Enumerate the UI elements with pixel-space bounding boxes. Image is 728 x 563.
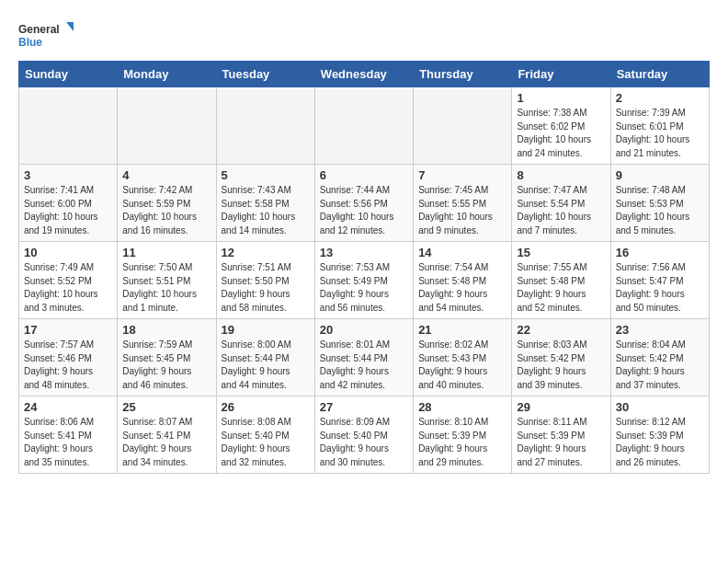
calendar-cell: 16Sunrise: 7:56 AM Sunset: 5:47 PM Dayli… [610,242,709,319]
calendar-cell: 5Sunrise: 7:43 AM Sunset: 5:58 PM Daylig… [216,165,314,242]
cell-info: Sunrise: 8:02 AM Sunset: 5:43 PM Dayligh… [418,339,506,392]
day-number: 9 [616,168,704,182]
day-number: 18 [122,323,210,337]
day-number: 4 [122,168,210,182]
weekday-header: Sunday [19,62,118,87]
day-number: 21 [418,323,506,337]
weekday-header: Friday [512,62,610,87]
calendar-cell: 10Sunrise: 7:49 AM Sunset: 5:52 PM Dayli… [19,242,118,319]
weekday-header: Monday [118,62,216,87]
day-number: 19 [222,323,310,337]
calendar-cell [314,87,413,165]
weekday-header: Tuesday [216,62,314,87]
calendar-cell: 24Sunrise: 8:06 AM Sunset: 5:41 PM Dayli… [19,396,118,474]
cell-info: Sunrise: 7:56 AM Sunset: 5:47 PM Dayligh… [616,261,704,315]
day-number: 1 [517,91,605,105]
calendar-cell: 18Sunrise: 7:59 AM Sunset: 5:45 PM Dayli… [118,319,216,396]
cell-info: Sunrise: 7:45 AM Sunset: 5:55 PM Dayligh… [418,184,506,237]
calendar-cell: 2Sunrise: 7:39 AM Sunset: 6:01 PM Daylig… [610,87,709,165]
calendar-cell: 12Sunrise: 7:51 AM Sunset: 5:50 PM Dayli… [216,242,314,319]
calendar-cell: 20Sunrise: 8:01 AM Sunset: 5:44 PM Dayli… [314,319,413,396]
calendar-cell: 19Sunrise: 8:00 AM Sunset: 5:44 PM Dayli… [216,319,314,396]
cell-info: Sunrise: 7:50 AM Sunset: 5:51 PM Dayligh… [122,261,210,315]
cell-info: Sunrise: 8:00 AM Sunset: 5:44 PM Dayligh… [222,339,310,392]
svg-text:General: General [18,23,60,36]
svg-marker-2 [66,22,74,31]
day-number: 14 [418,246,506,259]
day-number: 24 [24,400,112,414]
cell-info: Sunrise: 7:51 AM Sunset: 5:50 PM Dayligh… [222,261,310,315]
cell-info: Sunrise: 7:53 AM Sunset: 5:49 PM Dayligh… [320,261,408,315]
cell-info: Sunrise: 7:57 AM Sunset: 5:46 PM Dayligh… [24,339,112,392]
day-number: 10 [24,246,112,259]
cell-info: Sunrise: 7:43 AM Sunset: 5:58 PM Dayligh… [222,184,310,237]
day-number: 16 [616,246,704,259]
cell-info: Sunrise: 8:12 AM Sunset: 5:39 PM Dayligh… [616,416,704,469]
day-number: 11 [122,246,210,259]
calendar-cell: 17Sunrise: 7:57 AM Sunset: 5:46 PM Dayli… [19,319,118,396]
logo: General Blue [18,18,74,52]
day-number: 30 [616,400,704,414]
cell-info: Sunrise: 7:44 AM Sunset: 5:56 PM Dayligh… [320,184,408,237]
calendar-cell: 4Sunrise: 7:42 AM Sunset: 5:59 PM Daylig… [118,165,216,242]
day-number: 5 [222,168,310,182]
day-number: 23 [616,323,704,337]
calendar-header: SundayMondayTuesdayWednesdayThursdayFrid… [19,62,710,87]
day-number: 7 [418,168,506,182]
cell-info: Sunrise: 7:38 AM Sunset: 6:02 PM Dayligh… [517,107,605,160]
weekday-header: Thursday [414,62,512,87]
calendar-cell: 29Sunrise: 8:11 AM Sunset: 5:39 PM Dayli… [512,396,610,474]
cell-info: Sunrise: 8:06 AM Sunset: 5:41 PM Dayligh… [24,416,112,469]
calendar-cell: 23Sunrise: 8:04 AM Sunset: 5:42 PM Dayli… [610,319,709,396]
calendar-cell: 8Sunrise: 7:47 AM Sunset: 5:54 PM Daylig… [512,165,610,242]
svg-text:Blue: Blue [18,36,42,49]
calendar-cell: 6Sunrise: 7:44 AM Sunset: 5:56 PM Daylig… [314,165,413,242]
day-number: 13 [320,246,408,259]
calendar-cell: 14Sunrise: 7:54 AM Sunset: 5:48 PM Dayli… [414,242,512,319]
day-number: 3 [24,168,112,182]
calendar-cell: 9Sunrise: 7:48 AM Sunset: 5:53 PM Daylig… [610,165,709,242]
calendar-cell [414,87,512,165]
day-number: 12 [222,246,310,259]
calendar-cell [118,87,216,165]
cell-info: Sunrise: 8:09 AM Sunset: 5:40 PM Dayligh… [320,416,408,469]
day-number: 6 [320,168,408,182]
calendar-table: SundayMondayTuesdayWednesdayThursdayFrid… [18,61,710,474]
calendar-cell: 28Sunrise: 8:10 AM Sunset: 5:39 PM Dayli… [414,396,512,474]
day-number: 20 [320,323,408,337]
cell-info: Sunrise: 7:59 AM Sunset: 5:45 PM Dayligh… [122,339,210,392]
calendar-cell [216,87,314,165]
cell-info: Sunrise: 8:08 AM Sunset: 5:40 PM Dayligh… [222,416,310,469]
day-number: 22 [517,323,605,337]
calendar-cell: 11Sunrise: 7:50 AM Sunset: 5:51 PM Dayli… [118,242,216,319]
cell-info: Sunrise: 8:01 AM Sunset: 5:44 PM Dayligh… [320,339,408,392]
calendar-cell [19,87,118,165]
logo-svg: General Blue [18,18,74,52]
calendar-cell: 25Sunrise: 8:07 AM Sunset: 5:41 PM Dayli… [118,396,216,474]
weekday-header: Wednesday [314,62,413,87]
day-number: 17 [24,323,112,337]
calendar-cell: 22Sunrise: 8:03 AM Sunset: 5:42 PM Dayli… [512,319,610,396]
cell-info: Sunrise: 7:55 AM Sunset: 5:48 PM Dayligh… [517,261,605,315]
calendar-cell: 15Sunrise: 7:55 AM Sunset: 5:48 PM Dayli… [512,242,610,319]
day-number: 27 [320,400,408,414]
cell-info: Sunrise: 7:42 AM Sunset: 5:59 PM Dayligh… [122,184,210,237]
calendar-cell: 3Sunrise: 7:41 AM Sunset: 6:00 PM Daylig… [19,165,118,242]
calendar-cell: 26Sunrise: 8:08 AM Sunset: 5:40 PM Dayli… [216,396,314,474]
cell-info: Sunrise: 8:10 AM Sunset: 5:39 PM Dayligh… [418,416,506,469]
page-header: General Blue [18,18,710,52]
calendar-cell: 7Sunrise: 7:45 AM Sunset: 5:55 PM Daylig… [414,165,512,242]
calendar-cell: 13Sunrise: 7:53 AM Sunset: 5:49 PM Dayli… [314,242,413,319]
day-number: 26 [222,400,310,414]
calendar-cell: 1Sunrise: 7:38 AM Sunset: 6:02 PM Daylig… [512,87,610,165]
calendar-cell: 30Sunrise: 8:12 AM Sunset: 5:39 PM Dayli… [610,396,709,474]
day-number: 15 [517,246,605,259]
cell-info: Sunrise: 8:07 AM Sunset: 5:41 PM Dayligh… [122,416,210,469]
calendar-cell: 27Sunrise: 8:09 AM Sunset: 5:40 PM Dayli… [314,396,413,474]
day-number: 25 [122,400,210,414]
cell-info: Sunrise: 8:04 AM Sunset: 5:42 PM Dayligh… [616,339,704,392]
calendar-cell: 21Sunrise: 8:02 AM Sunset: 5:43 PM Dayli… [414,319,512,396]
day-number: 2 [616,91,704,105]
cell-info: Sunrise: 7:39 AM Sunset: 6:01 PM Dayligh… [616,107,704,160]
cell-info: Sunrise: 7:41 AM Sunset: 6:00 PM Dayligh… [24,184,112,237]
